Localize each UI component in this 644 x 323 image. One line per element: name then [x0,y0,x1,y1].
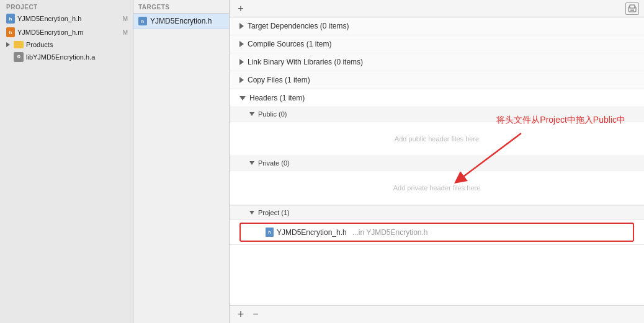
target-item-0[interactable]: h YJMD5Encrytion.h [133,14,229,29]
section-label-0: Target Dependencies (0 items) [248,22,349,30]
section-label-4: Headers (1 item) [249,94,305,102]
sidebar-item-m-file-1[interactable]: h YJMD5Encrytion_h.m M [0,25,133,39]
section-expand-icon-1 [239,41,244,47]
private-expand-icon [249,161,254,165]
project-expand-icon [249,211,254,215]
add-file-button[interactable]: + [235,2,247,15]
private-placeholder: Add private header files here [393,184,481,192]
section-label-3: Copy Files (1 item) [248,76,310,84]
public-placeholder: Add public header files here [395,135,479,143]
lib-icon: ⚙ [14,52,24,62]
section-target-deps[interactable]: Target Dependencies (0 items) [230,17,644,35]
project-section-label: PROJECT [0,1,133,12]
sidebar-item-lib[interactable]: ⚙ libYJMD5Encrytion.h.a [0,50,133,64]
section-expand-icon-3 [239,77,244,83]
print-icon [628,4,637,13]
remove-header-button[interactable]: − [249,308,262,321]
public-label: Public (0) [258,110,287,118]
main-content: + Target Dependencies (0 items) Compile … [230,0,644,323]
section-label-1: Compile Sources (1 item) [248,40,331,48]
section-headers[interactable]: Headers (1 item) [230,89,644,107]
h-file-icon-1: h [6,14,15,24]
sidebar: PROJECT h YJMD5Encrytion_h.h M h YJMD5En… [0,0,133,323]
svg-rect-1 [630,5,635,8]
project-file-icon: h [266,228,274,237]
subsection-project-header[interactable]: Project (1) [230,205,644,220]
top-bar-left: + [235,2,247,15]
m-file-badge-1: M [123,29,128,36]
bottom-bar: + − [230,305,644,323]
subsection-project: Project (1) h YJMD5Encrytion_h.h ...in Y… [230,205,644,245]
main-content-wrapper: + Target Dependencies (0 items) Compile … [230,0,644,323]
folder-icon [14,41,24,48]
top-bar: + [230,0,644,17]
targets-panel: TARGETS h YJMD5Encrytion.h [133,0,230,323]
annotation-text: 将头文件从Project中拖入Public中 [496,115,625,126]
section-expand-icon-0 [239,23,244,29]
h-file-badge-1: M [123,15,128,22]
target-name-0: YJMD5Encrytion.h [150,17,212,25]
section-compile-sources[interactable]: Compile Sources (1 item) [230,35,644,53]
section-expand-icon-2 [239,59,244,65]
subsection-private: Private (0) Add private header files her… [230,156,644,205]
private-drop-zone: Add private header files here [230,170,644,205]
products-label: Products [26,41,53,48]
project-file-item[interactable]: h YJMD5Encrytion_h.h ...in YJMD5Encrytio… [239,223,634,242]
sidebar-item-h-file-1[interactable]: h YJMD5Encrytion_h.h M [0,12,133,25]
annotation-label: 将头文件从Project中拖入Public中 [496,115,625,125]
h-file-name-1: YJMD5Encrytion_h.h [17,15,120,22]
public-drop-zone: Add public header files here [230,122,644,156]
lib-name: libYJMD5Encrytion.h.a [26,53,95,61]
public-expand-icon [249,112,254,116]
products-chevron [6,42,10,47]
private-label: Private (0) [258,159,290,167]
section-label-2: Link Binary With Libraries (0 items) [248,58,363,66]
sidebar-item-products[interactable]: Products [0,39,133,50]
target-icon-0: h [138,17,147,25]
m-file-icon-1: h [6,27,15,37]
section-copy-files[interactable]: Copy Files (1 item) [230,71,644,89]
project-sublabel: Project (1) [258,209,290,216]
targets-header: TARGETS [133,0,229,14]
project-file-name: YJMD5Encrytion_h.h [277,228,347,237]
print-icon-container [625,2,639,15]
section-expand-icon-4 [239,96,246,100]
project-file-path: ...in YJMD5Encrytion.h [352,228,428,237]
m-file-name-1: YJMD5Encrytion_h.m [17,29,120,36]
add-header-button[interactable]: + [235,308,247,321]
section-link-binary[interactable]: Link Binary With Libraries (0 items) [230,53,644,71]
subsection-private-header[interactable]: Private (0) [230,156,644,170]
